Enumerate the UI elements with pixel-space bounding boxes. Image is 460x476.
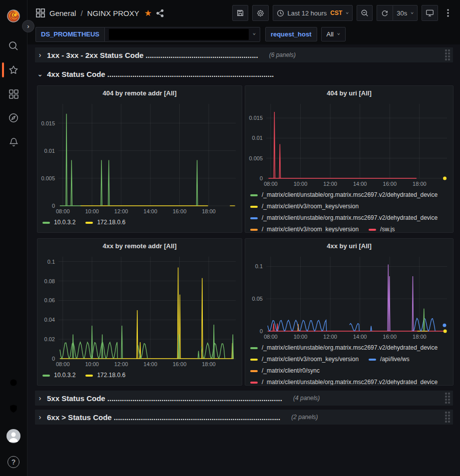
- sidebar-item-explore[interactable]: [0, 106, 27, 130]
- row-drag-handle[interactable]: [445, 393, 450, 404]
- legend-item[interactable]: 172.18.0.6: [85, 217, 125, 228]
- chart-plot[interactable]: 08:0010:0012:0014:0016:0018:0000.0050.01…: [245, 100, 453, 188]
- breadcrumb: General / NGINX PROXY: [49, 9, 139, 17]
- chart-plot[interactable]: 08:0010:0012:0014:0016:0018:0000.020.040…: [37, 253, 242, 369]
- request-host-variable-select[interactable]: All ˅: [321, 27, 346, 41]
- svg-text:08:00: 08:00: [264, 334, 278, 340]
- svg-text:08:00: 08:00: [56, 361, 70, 367]
- row-collapse-icon: ›: [37, 51, 43, 59]
- legend-item[interactable]: /api/live/ws: [369, 354, 410, 365]
- time-range-label: Last 12 hours: [288, 9, 327, 17]
- search-icon: [8, 40, 19, 51]
- sidebar-item-search[interactable]: [0, 34, 27, 58]
- row-title: 5xx Status Code ........................…: [47, 394, 282, 403]
- svg-text:0.04: 0.04: [44, 317, 55, 323]
- panel-title[interactable]: 4xx by uri [All]: [245, 239, 453, 253]
- chevron-down-icon: ˅: [346, 11, 349, 15]
- chart-legend: 10.0.3.2172.18.0.6: [37, 216, 242, 232]
- save-dashboard-button[interactable]: [232, 5, 248, 21]
- svg-text:0.005: 0.005: [249, 155, 263, 161]
- sidebar-item-server-admin[interactable]: [8, 403, 18, 416]
- legend-series-swatch: [369, 359, 376, 361]
- legend-item[interactable]: 172.18.0.6: [85, 370, 125, 381]
- panel-404-by-remote-addr: 404 by remote addr [All] 08:0010:0012:00…: [37, 85, 242, 233]
- dashboard-grid-icon: [35, 8, 45, 18]
- refresh-icon: [381, 9, 389, 17]
- refresh-interval-value: 30s: [397, 9, 407, 17]
- row-panel-count: (2 panels): [291, 414, 318, 421]
- panel-title[interactable]: 404 by remote addr [All]: [37, 86, 242, 100]
- legend-series-swatch: [250, 206, 258, 208]
- row-1xx-3xx-2xx[interactable]: › 1xx - 3xx - 2xx Status Code ..........…: [35, 47, 453, 62]
- legend-item[interactable]: /_matrix/client/unstable/org.matrix.msc2…: [250, 212, 438, 224]
- row-title: 4xx Status Code ........................…: [47, 70, 274, 78]
- legend-item[interactable]: 10.0.3.2: [42, 217, 75, 228]
- row-drag-handle[interactable]: [445, 49, 450, 60]
- time-range-picker[interactable]: Last 12 hours CST ˅: [273, 5, 353, 21]
- legend-series-label: /_matrix/client/unstable/org.matrix.msc2…: [262, 377, 438, 385]
- panel-title[interactable]: 404 by uri [All]: [245, 86, 453, 100]
- legend-series-label: /_matrix/client/v3/room_keys/version: [262, 201, 359, 212]
- user-avatar[interactable]: [6, 429, 20, 443]
- breadcrumb-dashboard-title[interactable]: NGINX PROXY: [87, 9, 139, 17]
- row-4xx[interactable]: ⌄ 4xx Status Code ......................…: [35, 66, 453, 81]
- dashboard-settings-button[interactable]: [252, 5, 269, 21]
- more-options-button[interactable]: [442, 5, 454, 21]
- chart-plot[interactable]: 08:0010:0012:0014:0016:0018:0000.0050.01…: [37, 100, 242, 216]
- svg-text:0.01: 0.01: [252, 135, 263, 141]
- row-5xx[interactable]: › 5xx Status Code ......................…: [35, 391, 453, 406]
- svg-text:10:00: 10:00: [294, 181, 308, 187]
- request-host-variable-label[interactable]: request_host: [265, 27, 317, 41]
- legend-series-label: 10.0.3.2: [54, 217, 75, 228]
- legend-item[interactable]: /_matrix/client/unstable/org.matrix.msc2…: [250, 377, 438, 385]
- sidebar-item-configuration[interactable]: [8, 377, 19, 390]
- dashboard-header: General / NGINX PROXY ★: [27, 0, 460, 26]
- zoom-out-time-button[interactable]: [357, 5, 373, 21]
- help-button[interactable]: ?: [7, 456, 19, 468]
- sidebar-item-starred[interactable]: [0, 58, 27, 82]
- bell-icon: [8, 136, 19, 147]
- legend-item[interactable]: /_matrix/client/v3/room_keys/version: [250, 354, 359, 365]
- svg-text:12:00: 12:00: [114, 361, 128, 367]
- svg-text:16:00: 16:00: [173, 208, 187, 214]
- sidebar-item-alerting[interactable]: [0, 130, 27, 154]
- svg-text:0.02: 0.02: [44, 336, 55, 342]
- row-drag-handle[interactable]: [445, 412, 450, 423]
- share-icon[interactable]: [156, 9, 164, 17]
- refresh-interval-dropdown[interactable]: 30s ˅: [393, 5, 418, 21]
- legend-item[interactable]: /_matrix/client/r0/sync: [250, 365, 320, 377]
- datasource-variable-select[interactable]: ˅: [104, 27, 260, 42]
- refresh-button[interactable]: [377, 5, 393, 21]
- svg-text:12:00: 12:00: [323, 334, 337, 340]
- tv-mode-button[interactable]: [422, 5, 438, 21]
- sidebar-expand-button[interactable]: ›: [22, 20, 34, 32]
- breadcrumb-folder[interactable]: General: [49, 9, 76, 17]
- legend-item[interactable]: 10.0.3.2: [42, 370, 75, 381]
- legend-item[interactable]: /_matrix/client/v3/room_keys/version: [250, 224, 359, 232]
- svg-text:18:00: 18:00: [413, 181, 427, 187]
- svg-text:16:00: 16:00: [173, 361, 187, 367]
- legend-series-label: 172.18.0.6: [97, 217, 125, 228]
- legend-item[interactable]: /_matrix/client/v3/room_keys/version: [250, 201, 359, 212]
- timezone-badge: CST: [330, 9, 342, 16]
- chart-plot[interactable]: 08:0010:0012:0014:0016:0018:0000.050.1: [245, 253, 453, 341]
- svg-text:0: 0: [52, 203, 55, 209]
- legend-item[interactable]: /sw.js: [369, 224, 395, 232]
- svg-text:18:00: 18:00: [413, 334, 427, 340]
- row-6xx[interactable]: › 6xx > Status Code ....................…: [35, 410, 453, 425]
- legend-item[interactable]: /_matrix/client/unstable/org.matrix.msc2…: [250, 189, 438, 201]
- sidebar: ? ›: [0, 0, 27, 476]
- datasource-variable-label[interactable]: DS_PROMETHEUS: [35, 27, 104, 42]
- panel-title[interactable]: 4xx by remote addr [All]: [37, 239, 242, 253]
- save-icon: [236, 9, 244, 17]
- legend-series-label: /_matrix/client/unstable/org.matrix.msc2…: [262, 342, 438, 354]
- favorite-star-icon[interactable]: ★: [144, 8, 152, 18]
- svg-text:18:00: 18:00: [202, 208, 216, 214]
- svg-text:08:00: 08:00: [56, 208, 70, 214]
- legend-item[interactable]: /_matrix/client/unstable/org.matrix.msc2…: [250, 342, 438, 354]
- row-panel-count: (6 panels): [269, 51, 296, 58]
- compass-icon: [8, 112, 19, 123]
- avatar-person-icon: [6, 429, 20, 443]
- legend-series-swatch: [369, 229, 376, 231]
- sidebar-item-dashboards[interactable]: [0, 82, 27, 106]
